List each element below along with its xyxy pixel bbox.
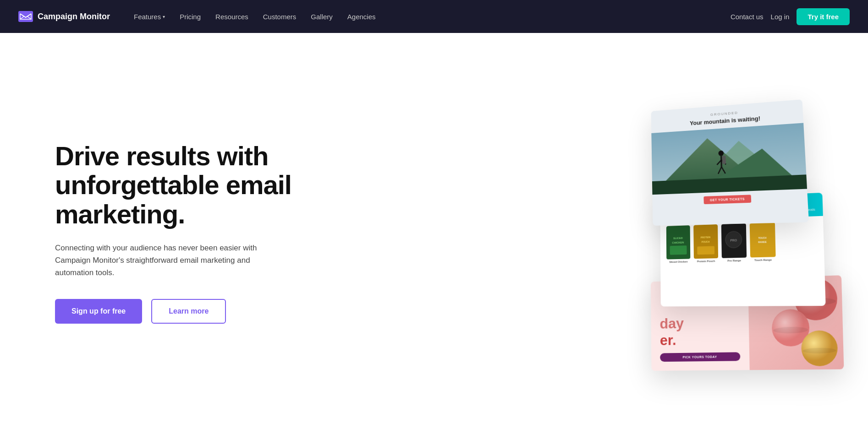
svg-rect-20 xyxy=(697,246,714,255)
nav-right: Contact us Log in Try it free xyxy=(731,8,850,25)
svg-text:PROTEIN: PROTEIN xyxy=(701,236,711,239)
product-label-3: Pro Range xyxy=(727,259,741,262)
hero-section: Drive results with unforgettable email m… xyxy=(0,33,868,423)
svg-text:PRO: PRO xyxy=(730,239,737,242)
product-label-2: Protein Pouch xyxy=(697,260,715,263)
nav-pricing[interactable]: Pricing xyxy=(174,9,206,24)
product-item-3: PRO Pro Range xyxy=(721,223,747,274)
nav-agencies[interactable]: Agencies xyxy=(342,9,381,24)
hero-visual: GROUNDED Your mountain is waiting! xyxy=(312,95,831,370)
email-cards-stack: GROUNDED Your mountain is waiting! xyxy=(566,104,831,361)
nav-customers[interactable]: Customers xyxy=(258,9,302,24)
macarons-er: er. xyxy=(660,331,740,349)
svg-rect-0 xyxy=(18,11,33,22)
product-img-2: PROTEIN POUCH xyxy=(693,224,718,259)
svg-rect-16 xyxy=(670,245,687,255)
nav-resources[interactable]: Resources xyxy=(210,9,254,24)
signup-button[interactable]: Sign up for free xyxy=(55,299,142,324)
email-card-mountain: GROUNDED Your mountain is waiting! xyxy=(651,99,809,226)
learn-more-button[interactable]: Learn more xyxy=(151,299,226,324)
chevron-down-icon: ▾ xyxy=(163,14,165,19)
product-label-4: Touch Range xyxy=(754,258,772,261)
svg-text:POUCH: POUCH xyxy=(702,241,710,244)
svg-text:TOUCH: TOUCH xyxy=(758,237,766,239)
logo-link[interactable]: Campaign Monitor xyxy=(18,11,110,22)
product-img-4: TOUCH RANGE xyxy=(750,222,776,258)
nav-left: Campaign Monitor Features ▾ Pricing Reso… xyxy=(18,9,381,24)
nav-links: Features ▾ Pricing Resources Customers G… xyxy=(128,9,381,24)
hero-content: Drive results with unforgettable email m… xyxy=(55,141,293,324)
product-item-4: TOUCH RANGE Touch Range xyxy=(750,222,776,274)
hero-buttons: Sign up for free Learn more xyxy=(55,299,293,324)
hero-subtitle: Connecting with your audience has never … xyxy=(55,242,275,279)
logo-icon xyxy=(18,11,33,22)
svg-rect-24 xyxy=(750,222,776,258)
mountain-svg xyxy=(651,123,807,195)
mountain-image xyxy=(651,123,807,195)
svg-text:CHICKEN: CHICKEN xyxy=(672,241,684,244)
contact-link[interactable]: Contact us xyxy=(731,13,764,21)
product-item-2: PROTEIN POUCH Protein Pouch xyxy=(693,224,718,275)
svg-text:SLICED: SLICED xyxy=(673,237,683,240)
nav-gallery[interactable]: Gallery xyxy=(305,9,338,24)
svg-rect-12 xyxy=(722,156,726,164)
svg-line-7 xyxy=(721,156,722,167)
brand-name: Campaign Monitor xyxy=(38,12,110,22)
svg-text:RANGE: RANGE xyxy=(758,241,767,244)
macarons-day: day xyxy=(659,314,740,332)
product-item-1: SLICED CHICKEN Sliced Chicken xyxy=(666,225,691,275)
product-img-1: SLICED CHICKEN xyxy=(666,225,690,259)
login-link[interactable]: Log in xyxy=(771,13,790,21)
product-label-1: Sliced Chicken xyxy=(669,260,687,263)
hero-title: Drive results with unforgettable email m… xyxy=(55,141,293,229)
try-free-button[interactable]: Try it free xyxy=(797,8,850,25)
nav-features[interactable]: Features ▾ xyxy=(128,9,170,24)
navbar: Campaign Monitor Features ▾ Pricing Reso… xyxy=(0,0,868,33)
product-img-3: PRO xyxy=(721,223,747,258)
macarons-cta: PICK YOURS TODAY xyxy=(660,352,740,362)
mountain-cta: GET YOUR TICKETS xyxy=(703,195,751,204)
products-body: SLICED CHICKEN Sliced Chicken PROTEIN PO… xyxy=(660,216,825,280)
